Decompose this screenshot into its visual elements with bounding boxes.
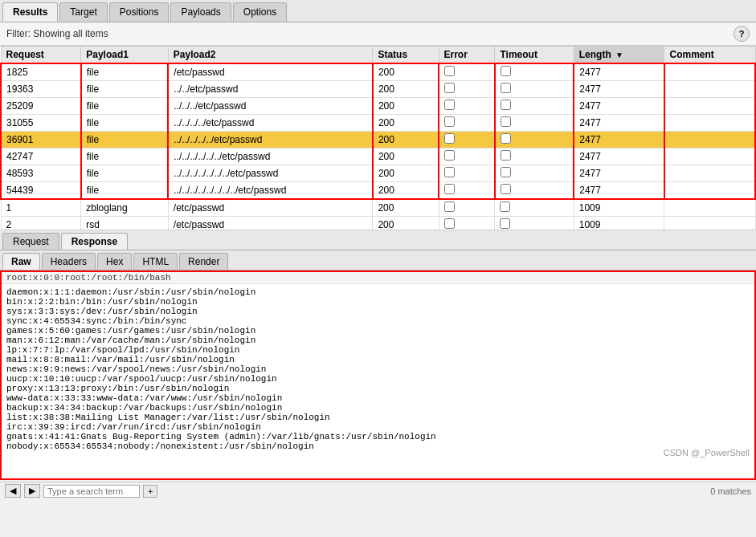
help-button[interactable]: ? <box>734 26 750 42</box>
table-cell: ../../etc/passwd <box>168 81 373 98</box>
tab-raw[interactable]: Raw <box>2 253 40 270</box>
table-cell: 200 <box>373 199 439 217</box>
checkbox[interactable] <box>444 133 455 144</box>
col-payload2[interactable]: Payload2 <box>168 47 373 64</box>
table-row[interactable]: 36901file../../../../../etc/passwd200247… <box>1 132 755 148</box>
col-error[interactable]: Error <box>439 47 495 64</box>
checkbox[interactable] <box>500 218 510 229</box>
checkbox[interactable] <box>444 83 455 93</box>
col-request[interactable]: Request <box>1 47 81 64</box>
table-row[interactable]: 1zbloglang/etc/passwd2001009 <box>1 199 755 217</box>
table-cell: 2477 <box>574 81 664 98</box>
table-cell[interactable] <box>439 199 495 217</box>
table-cell[interactable] <box>439 165 495 182</box>
search-input[interactable] <box>43 485 140 498</box>
table-cell: 36901 <box>1 132 81 148</box>
checkbox[interactable] <box>444 100 455 110</box>
bottom-panel: Raw Headers Hex HTML Render root:x:0:0:r… <box>0 250 756 499</box>
table-cell[interactable] <box>439 98 495 115</box>
table-cell: file <box>81 98 169 115</box>
checkbox[interactable] <box>501 150 511 161</box>
nav-forward-button[interactable]: ▶ <box>24 484 40 498</box>
checkbox[interactable] <box>444 201 455 212</box>
table-row[interactable]: 48593file../../../../../../../etc/passwd… <box>1 165 755 182</box>
table-cell[interactable] <box>439 182 495 200</box>
req-resp-bar: Request Response <box>0 230 756 250</box>
response-content[interactable]: root:x:0:0:root:/root:/bin/bash daemon:x… <box>0 271 756 480</box>
col-timeout[interactable]: Timeout <box>495 47 574 64</box>
checkbox[interactable] <box>501 167 511 177</box>
table-cell[interactable] <box>439 63 495 81</box>
table-row[interactable]: 2rsd/etc/passwd2001009 <box>1 217 755 231</box>
table-cell[interactable] <box>495 63 574 81</box>
table-row[interactable]: 19363file../../etc/passwd2002477 <box>1 81 755 98</box>
tab-target[interactable]: Target <box>59 2 107 22</box>
checkbox[interactable] <box>501 66 511 76</box>
tab-hex[interactable]: Hex <box>97 253 132 270</box>
results-table: Request Payload1 Payload2 Status Error T… <box>0 46 756 230</box>
checkbox[interactable] <box>501 100 511 110</box>
table-cell: ../../../../../../../../etc/passwd <box>168 182 373 200</box>
table-cell[interactable] <box>495 199 574 217</box>
table-cell[interactable] <box>439 115 495 132</box>
table-cell[interactable] <box>495 98 574 115</box>
table-cell[interactable] <box>495 165 574 182</box>
table-cell: ../../../etc/passwd <box>168 98 373 115</box>
checkbox[interactable] <box>501 133 511 144</box>
checkbox[interactable] <box>501 116 511 127</box>
table-cell: /etc/passwd <box>168 199 373 217</box>
response-text-body[interactable]: daemon:x:1:1:daemon:/usr/sbin:/usr/sbin/… <box>2 284 754 480</box>
checkbox[interactable] <box>501 83 511 93</box>
table-row[interactable]: 31055file../../../../etc/passwd2002477 <box>1 115 755 132</box>
table-cell[interactable] <box>439 217 495 231</box>
table-cell[interactable] <box>439 132 495 148</box>
table-cell[interactable] <box>495 217 574 231</box>
table-cell[interactable] <box>439 148 495 165</box>
search-go-button[interactable]: + <box>143 485 157 498</box>
table-cell <box>664 165 755 182</box>
table-cell: 54439 <box>1 182 81 200</box>
col-status[interactable]: Status <box>373 47 439 64</box>
tab-render[interactable]: Render <box>179 253 228 270</box>
table-row[interactable]: 42747file../../../../../../etc/passwd200… <box>1 148 755 165</box>
checkbox[interactable] <box>444 66 455 76</box>
tab-request[interactable]: Request <box>2 233 59 250</box>
checkbox[interactable] <box>444 116 455 127</box>
table-cell: 19363 <box>1 81 81 98</box>
checkbox[interactable] <box>444 218 455 229</box>
table-cell: 2477 <box>574 98 664 115</box>
table-cell[interactable] <box>495 115 574 132</box>
tab-results[interactable]: Results <box>2 2 58 22</box>
tab-headers[interactable]: Headers <box>42 253 96 270</box>
tab-options[interactable]: Options <box>233 2 287 22</box>
watermark: CSDN @_PowerShell <box>664 448 750 458</box>
tab-response[interactable]: Response <box>61 233 128 250</box>
main-layout: Results Target Positions Payloads Option… <box>0 0 756 537</box>
checkbox[interactable] <box>444 184 455 194</box>
table-cell[interactable] <box>495 182 574 200</box>
table-cell: 1 <box>1 199 81 217</box>
tab-html[interactable]: HTML <box>133 253 178 270</box>
table-row[interactable]: 1825file/etc/passwd2002477 <box>1 63 755 81</box>
col-payload1[interactable]: Payload1 <box>81 47 169 64</box>
table-cell: 42747 <box>1 148 81 165</box>
table-cell: 2477 <box>574 165 664 182</box>
checkbox[interactable] <box>501 184 511 194</box>
tab-payloads[interactable]: Payloads <box>170 2 231 22</box>
col-length[interactable]: Length ▼ <box>574 47 664 64</box>
checkbox[interactable] <box>500 201 510 212</box>
table-cell[interactable] <box>495 81 574 98</box>
checkbox[interactable] <box>444 167 455 177</box>
table-cell[interactable] <box>495 132 574 148</box>
table-row[interactable]: 25209file../../../etc/passwd2002477 <box>1 98 755 115</box>
checkbox[interactable] <box>444 150 455 161</box>
table-row[interactable]: 54439file../../../../../../../../etc/pas… <box>1 182 755 200</box>
table-cell[interactable] <box>439 81 495 98</box>
filter-bar: Filter: Showing all items ? <box>0 22 756 46</box>
col-comment[interactable]: Comment <box>664 47 755 64</box>
table-cell[interactable] <box>495 148 574 165</box>
response-truncated-header: root:x:0:0:root:/root:/bin/bash <box>2 272 754 284</box>
tab-positions[interactable]: Positions <box>109 2 170 22</box>
nav-back-button[interactable]: ◀ <box>5 484 21 498</box>
results-table-container[interactable]: Request Payload1 Payload2 Status Error T… <box>0 46 756 230</box>
